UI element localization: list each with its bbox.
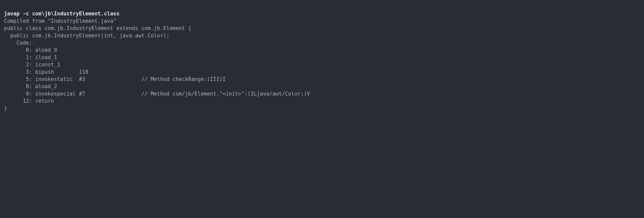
command-line: javap -c com\jb\IndustryElement.class	[4, 10, 640, 17]
output-line: Compiled from "IndustryElement.java"	[4, 17, 640, 25]
output-line: 3: bipush 118	[4, 68, 640, 75]
output-line: public com.jb.IndustryElement(int, java.…	[4, 32, 640, 39]
output-line: 9: invokespecial #7 // Method com/jb/Ele…	[4, 90, 640, 97]
output-line: 2: iconst_1	[4, 61, 640, 68]
output-line: Code:	[4, 39, 640, 46]
output-line: 0: aload_0	[4, 46, 640, 54]
output-line: }	[4, 104, 640, 112]
output-line: 8: aload_2	[4, 83, 640, 90]
output-line: public class com.jb.IndustryElement exte…	[4, 25, 640, 32]
output-line: 12: return	[4, 97, 640, 104]
terminal-output: javap -c com\jb\IndustryElement.classCom…	[0, 0, 644, 116]
output-line: 5: invokestatic #3 // Method checkRange:…	[4, 75, 640, 83]
output-line: 1: iload_1	[4, 54, 640, 61]
